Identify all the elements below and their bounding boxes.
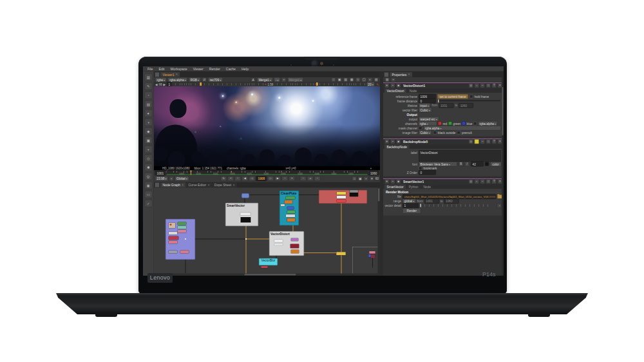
float-panel-icon[interactable]: ▫ [475,179,480,184]
node[interactable] [261,266,268,269]
node[interactable] [169,251,178,254]
fstop-next-icon[interactable]: ▶ [163,82,165,86]
bookmark-checkbox[interactable] [419,166,422,170]
vector-detail-slider[interactable] [420,204,495,207]
node[interactable] [274,243,283,246]
toolbar-merge-icon[interactable]: ▣ [144,137,152,144]
node[interactable] [274,240,283,243]
range-end-field[interactable]: 1060 [368,171,379,176]
node[interactable] [291,250,299,254]
viewer-gamut-icon[interactable]: ▦ [350,77,355,82]
float-panel-icon[interactable]: ▫ [475,83,480,88]
help-icon[interactable]: ? [492,83,497,88]
close-icon[interactable]: × [176,72,178,77]
close-icon[interactable]: × [408,72,410,77]
vector-filter-select[interactable]: Cubic [419,108,431,113]
lut-select[interactable]: rec709 [208,77,223,82]
frame-distance-slider[interactable] [437,100,500,102]
toolbar-transform-icon[interactable]: + [144,146,152,153]
slider-handle[interactable] [421,204,422,207]
color-button[interactable]: color [490,162,501,167]
range-from-field[interactable]: 1001 [424,198,439,204]
curve-editor-icon[interactable]: ~ [390,179,395,184]
pane-menu-icon[interactable] [155,72,160,77]
mask-checkbox[interactable] [419,126,422,130]
minimize-icon[interactable]: – [480,179,486,184]
animation-menu-icon[interactable]: ◔ [497,203,502,208]
menu-viewer[interactable]: Viewer [193,67,204,71]
gamma-slider[interactable] [274,83,365,86]
center-node-icon[interactable]: ◎ [469,83,474,88]
loop-mode-button[interactable]: ↻ [221,176,227,182]
frame-inc-button[interactable]: − [314,176,321,182]
lock-range-icon[interactable]: ▪ [364,176,369,182]
node[interactable] [369,251,375,254]
tab-curve-editor[interactable]: Curve Editor× [186,183,212,188]
viewer-split-icon[interactable]: □ [331,77,336,82]
viewer-checker-icon[interactable]: ▣ [337,77,343,82]
node[interactable] [368,254,371,258]
font-color-swatch[interactable] [485,162,489,166]
toolbar-image-icon[interactable]: ▥ [144,73,152,81]
gamma-slider-handle[interactable] [316,82,318,86]
frame-dec-button[interactable]: − [300,176,307,182]
download-cache-icon[interactable]: ▼ [370,176,375,182]
range-to-field[interactable]: 1060 [444,198,459,204]
range-lock-icon[interactable]: ▪ [169,176,175,182]
set-current-frame-button[interactable]: set to current frame [437,94,468,99]
font-select[interactable]: Bitstream Vera Sans [419,162,457,167]
play-forward-button[interactable]: ▶ [275,176,281,182]
node-graph-hscrollbar[interactable] [154,274,380,276]
display-channel-select[interactable]: RGB [189,77,200,82]
swap-icon[interactable]: ⇄ [202,77,207,82]
pin-panels-icon[interactable]: ▥ [385,77,390,82]
toolbar-draw-icon[interactable]: ✎ [144,82,152,90]
node[interactable] [350,190,359,197]
node[interactable] [286,196,296,200]
node-vectorblur[interactable]: VectorBlur [259,258,278,265]
node[interactable] [287,211,296,214]
close-icon[interactable]: × [182,183,184,188]
lifetime-to-field[interactable]: 1060 [459,103,473,108]
maximize-icon[interactable]: □ [486,139,491,144]
node[interactable] [180,251,189,254]
blue-channel-checkbox[interactable] [462,122,466,126]
current-frame-field[interactable]: 1008 [256,176,267,182]
step-back-button[interactable]: ◁ [249,176,256,182]
maximize-icon[interactable]: □ [486,179,491,184]
properties-scrollbar[interactable] [502,77,504,276]
menu-cache[interactable]: Cache [226,67,236,71]
node[interactable] [169,232,178,235]
backdrop-vectordistort[interactable]: VectorDistort [269,231,304,256]
tab-python[interactable]: Python [406,185,421,189]
node-color-icon[interactable]: ■ [396,83,401,88]
toolbar-time-icon[interactable]: ◔ [144,91,152,99]
prev-keyframe-button[interactable]: ‹ [235,176,242,182]
vector-detail-field[interactable]: 1 [402,203,419,208]
node-dot-junction[interactable] [336,252,346,256]
node[interactable] [290,244,299,249]
lifetime-from-field[interactable]: 1001 [439,103,453,108]
gain-slider-handle[interactable] [200,82,202,86]
node[interactable] [169,241,178,244]
pane-menu-icon[interactable] [155,183,160,188]
timeline-track[interactable]: 1005 1010 1015 1020 1025 1030 1035 1040 … [166,171,368,175]
node[interactable] [291,238,299,242]
input-b-select[interactable]: - [274,77,280,82]
image-filter-select[interactable]: Cubic [419,130,431,135]
fps-select[interactable]: 23.98 [155,176,168,182]
backdrop-red[interactable] [319,190,367,204]
layer-select[interactable]: rgba [155,77,167,82]
tab-node-graph[interactable]: Node Graph× [160,183,186,188]
clear-panels-icon[interactable]: ▪ [391,77,396,82]
bold-button[interactable]: B [459,162,464,167]
node-color-icon[interactable]: ■ [396,179,401,184]
tab-vectordistort[interactable]: VectorDistort [384,89,406,93]
sync-icon[interactable]: ▣ [358,176,363,182]
viewer-clip-icon[interactable]: ◇ [355,77,361,82]
node[interactable] [370,254,375,259]
alpha-channel-checkbox[interactable] [473,122,477,126]
close-icon[interactable]: × [233,183,235,188]
node-read[interactable] [242,193,249,198]
node[interactable] [178,226,187,229]
